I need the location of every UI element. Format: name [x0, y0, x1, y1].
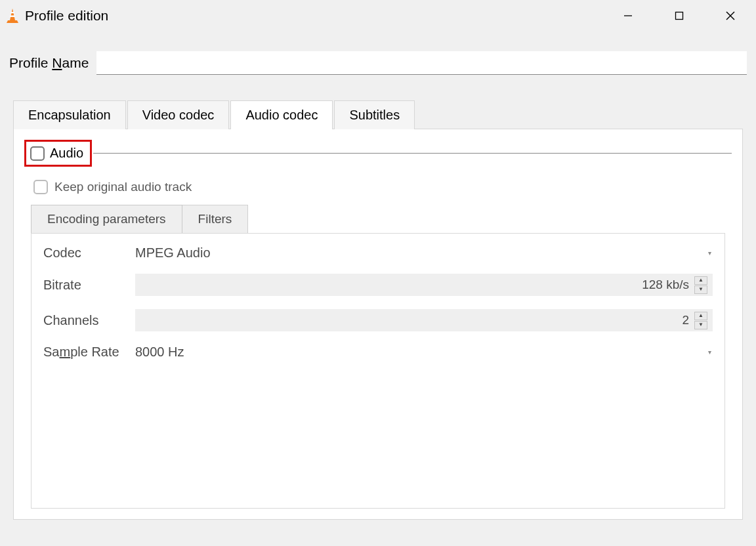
svg-rect-1	[10, 12, 14, 13]
audio-checkbox-label: Audio	[50, 146, 83, 161]
bitrate-field[interactable]: 128 kb/s ▲ ▼	[135, 274, 713, 296]
svg-rect-5	[676, 12, 683, 20]
bitrate-value: 128 kb/s	[142, 278, 689, 292]
minimize-button[interactable]	[602, 0, 654, 32]
channels-value: 2	[142, 313, 689, 327]
profile-name-row: Profile Name	[0, 32, 756, 81]
bitrate-spinner: ▲ ▼	[694, 276, 707, 294]
sample-rate-row: Sample Rate 8000 Hz ▾	[43, 345, 713, 360]
maximize-button[interactable]	[654, 0, 705, 32]
keep-original-label: Keep original audio track	[54, 180, 192, 194]
sample-rate-dropdown[interactable]: 8000 Hz	[135, 345, 706, 360]
window-controls	[602, 0, 756, 32]
encoding-parameters-panel: Codec MPEG Audio ▾ Bitrate 128 kb/s ▲ ▼ …	[31, 233, 725, 509]
codec-row: Codec MPEG Audio ▾	[43, 245, 713, 261]
audio-checkbox[interactable]	[30, 146, 45, 161]
audio-group-header: Audio	[24, 140, 732, 167]
titlebar: Profile edition	[0, 0, 756, 32]
channels-spinner: ▲ ▼	[694, 312, 707, 329]
keep-original-row: Keep original audio track	[24, 171, 732, 205]
chevron-down-icon: ▾	[706, 348, 713, 356]
bitrate-row: Bitrate 128 kb/s ▲ ▼	[43, 274, 713, 296]
svg-rect-2	[10, 16, 15, 17]
sub-tabs: Encoding parameters Filters	[31, 205, 732, 233]
close-button[interactable]	[705, 0, 756, 32]
subtab-filters[interactable]: Filters	[182, 205, 249, 233]
sample-rate-label: Sample Rate	[43, 345, 135, 360]
tab-subtitles[interactable]: Subtitles	[334, 100, 415, 129]
codec-label: Codec	[43, 245, 135, 261]
tab-panel-audio-codec: Audio Keep original audio track Encoding…	[13, 129, 743, 520]
channels-spin-up[interactable]: ▲	[694, 312, 707, 320]
channels-spin-down[interactable]: ▼	[694, 321, 707, 329]
audio-checkbox-highlight: Audio	[24, 140, 92, 167]
keep-original-checkbox[interactable]	[33, 180, 48, 194]
tab-video-codec[interactable]: Video codec	[127, 100, 230, 129]
tabs-container: Encapsulation Video codec Audio codec Su…	[0, 81, 756, 520]
channels-row: Channels 2 ▲ ▼	[43, 309, 713, 331]
vlc-cone-icon	[5, 8, 20, 24]
tab-encapsulation[interactable]: Encapsulation	[13, 100, 126, 129]
bitrate-label: Bitrate	[43, 278, 135, 293]
tab-audio-codec[interactable]: Audio codec	[230, 100, 333, 129]
svg-marker-3	[7, 20, 18, 23]
profile-name-label: Profile Name	[9, 55, 89, 71]
bitrate-spin-up[interactable]: ▲	[694, 276, 707, 285]
chevron-down-icon: ▾	[706, 249, 713, 257]
window-title: Profile edition	[25, 8, 108, 24]
group-separator-line	[93, 153, 732, 154]
codec-dropdown[interactable]: MPEG Audio	[135, 245, 706, 261]
profile-name-input[interactable]	[96, 51, 747, 75]
svg-marker-0	[10, 9, 15, 20]
channels-field[interactable]: 2 ▲ ▼	[135, 309, 713, 331]
bitrate-spin-down[interactable]: ▼	[694, 285, 707, 294]
main-tabs: Encapsulation Video codec Audio codec Su…	[13, 100, 743, 129]
subtab-encoding-parameters[interactable]: Encoding parameters	[31, 205, 182, 233]
channels-label: Channels	[43, 313, 135, 328]
